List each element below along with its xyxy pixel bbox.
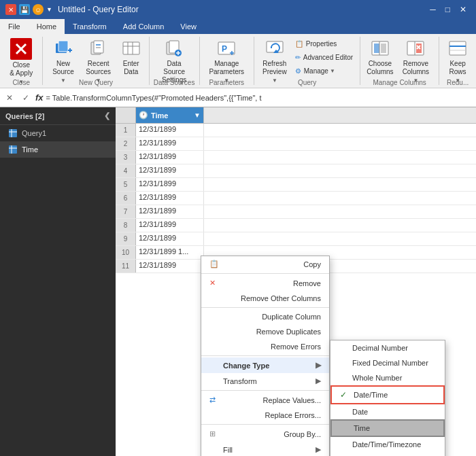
close-icon-box [10,38,32,60]
submenu-fixed-decimal[interactable]: Fixed Decimal Number [330,355,445,370]
choose-columns-button[interactable]: ChooseColumns [364,37,395,77]
choose-columns-icon [369,38,391,58]
manage-button[interactable]: ⚙ Manage ▼ [292,66,356,76]
advanced-editor-button[interactable]: ✏ Advanced Editor [292,52,356,63]
svg-rect-7 [94,41,103,53]
app-title: Untitled - Query Editor [58,5,139,14]
grid-header: 🕐 Time ▼ [116,107,476,124]
svg-rect-26 [374,43,379,53]
table-row: 6 12/31/1899 [116,192,476,205]
svg-rect-34 [449,41,466,55]
title-bar: ✕ 💾 ☺ ▼ Untitled - Query Editor ─ □ ✕ [0,0,476,19]
ctx-replace-errors[interactable]: Replace Errors... [201,408,329,423]
ctx-fill[interactable]: Fill ▶ [201,442,329,456]
close-apply-button[interactable]: Close& Apply ▼ [4,37,38,77]
maximize-icon[interactable]: □ [441,5,454,14]
table-row: 3 12/31/1899 [116,151,476,164]
row-num: 7 [116,205,136,218]
ribbon-group-new-query-items: NewSource ▼ RecentSources ▼ [47,37,144,77]
ctx-transform[interactable]: Transform ▶ [201,373,329,389]
tab-add-column[interactable]: Add Column [115,19,173,34]
formula-cancel-button[interactable]: ✕ [3,91,16,105]
sidebar-item-query1[interactable]: Query1 [0,125,116,141]
ribbon-col-query: 📋 Properties ✏ Advanced Editor ⚙ Manage … [292,37,356,77]
properties-label: Properties [306,40,337,48]
grid-cell: 12/31/1899 [136,178,204,191]
close-group-label: Close [12,77,30,86]
ribbon: Close& Apply ▼ Close NewSource ▼ [0,34,476,88]
ctx-copy[interactable]: 📋 Copy [201,256,329,272]
tab-view[interactable]: View [172,19,205,34]
submenu-duration[interactable]: Duration [330,452,445,456]
grid-cell: 12/31/1899 [136,232,204,245]
enter-data-svg [121,38,141,58]
tab-home[interactable]: Home [29,19,65,34]
ctx-sep3 [201,355,329,356]
data-source-settings-button[interactable]: Data SourceSettings [154,37,195,77]
manage-label: Manage [304,67,328,75]
submenu-datetime-tz[interactable]: Date/Time/Timezone [330,437,445,452]
recent-sources-icon [88,38,109,58]
new-source-button[interactable]: NewSource ▼ [47,37,79,77]
new-query-group-label: New Query [79,77,113,86]
grid-cell: 12/31/1899 [136,137,204,150]
submenu-whole-number[interactable]: Whole Number [330,370,445,385]
remove-columns-button[interactable]: RemoveColumns ▼ [397,37,435,77]
recent-sources-button[interactable]: RecentSources ▼ [81,37,116,77]
table-row: 7 12/31/1899 [116,205,476,219]
ctx-remove-errors[interactable]: Remove Errors [201,339,329,354]
sidebar-collapse-icon[interactable]: ❮ [104,111,110,120]
col-header-time[interactable]: 🕐 Time ▼ [136,107,204,123]
datetime-label: Date/Time [354,391,388,399]
change-type-arrow: ▶ [316,361,321,370]
sidebar-item-time[interactable]: Time [0,141,116,158]
ctx-group-by[interactable]: ⊞ Group By... [201,426,329,442]
minimize-icon[interactable]: ─ [426,5,440,14]
keep-rows-button[interactable]: KeepRows ▼ [443,37,472,77]
ctx-remove[interactable]: ✕ Remove [201,275,329,291]
col-header-dropdown-icon[interactable]: ▼ [194,111,201,119]
table-row: 2 12/31/1899 [116,137,476,151]
table-row: 8 12/31/1899 [116,219,476,232]
remove-dupes-label: Remove Duplicates [256,328,321,336]
tab-file[interactable]: File [0,19,29,34]
properties-button[interactable]: 📋 Properties [292,39,356,49]
formula-accept-button[interactable]: ✓ [19,91,33,105]
choose-cols-svg [370,38,390,58]
parameters-group-label: Parameters [209,77,244,86]
submenu-time[interactable]: Time [330,419,445,437]
submenu-date[interactable]: Date [330,404,445,419]
copy-icon: 📋 [209,260,219,268]
formula-text: = Table.TransformColumnTypes(#"Promoted … [46,94,473,102]
manage-icon: ⚙ [295,67,301,75]
close-window-icon[interactable]: ✕ [456,5,471,14]
datetime-check: ✓ [340,390,350,400]
row-num: 3 [116,151,136,164]
grid-cell: 12/31/1899 [136,124,204,137]
ribbon-group-manage-columns-items: ChooseColumns RemoveColumns ▼ [364,37,435,77]
tab-transform[interactable]: Transform [65,19,115,34]
ctx-sep2 [201,307,329,308]
refresh-preview-button[interactable]: RefreshPreview ▼ [258,37,291,77]
keep-rows-svg [447,38,468,58]
row-num: 8 [116,219,136,232]
col-header-time-label: Time [151,111,168,120]
replace-values-icon: ⇄ [209,396,223,404]
row-num-header [116,107,136,123]
window-controls: ─ □ ✕ [426,5,471,14]
group-by-icon: ⊞ [209,429,223,438]
ctx-remove-dupes[interactable]: Remove Duplicates [201,324,329,339]
submenu-datetime[interactable]: ✓ Date/Time [330,385,445,404]
refresh-preview-icon [264,38,286,58]
ctx-sep4 [201,390,329,391]
submenu-decimal[interactable]: Decimal Number [330,340,445,355]
data-source-settings-icon [163,38,185,58]
ctx-duplicate-col[interactable]: Duplicate Column [201,309,329,324]
ctx-remove-other[interactable]: Remove Other Columns [201,291,329,306]
enter-data-button[interactable]: EnterData [118,37,145,77]
ctx-replace-values[interactable]: ⇄ Replace Values... [201,392,329,408]
ctx-change-type[interactable]: Change Type ▶ [201,357,329,373]
transform-label: Transform [223,377,316,385]
manage-parameters-button[interactable]: P ManageParameters ▼ [204,37,250,77]
advanced-editor-icon: ✏ [295,54,301,61]
